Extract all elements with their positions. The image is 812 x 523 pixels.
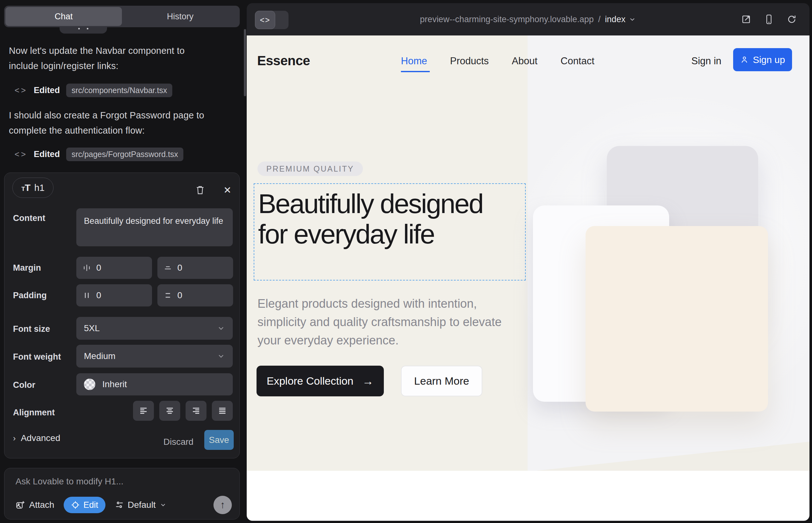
padding-label: Padding [13,291,47,301]
external-link-icon [741,14,751,24]
app-root: Chat History Now let's update the Navbar… [0,0,812,523]
open-in-new-tab-button[interactable] [740,14,752,25]
mode-selector[interactable]: Default [115,500,166,510]
color-label: Color [13,380,35,390]
save-button[interactable]: Save [204,430,234,450]
sign-in-button[interactable]: Sign in [691,55,721,67]
chevron-down-icon [217,352,225,360]
arrow-right-icon: → [362,375,374,388]
file-chip-forgot-password[interactable]: src/pages/ForgotPassword.tsx [66,147,183,161]
url-bar[interactable]: preview--charming-site-symphony.lovable.… [420,3,636,35]
chevron-down-icon [160,502,166,508]
chevron-down-icon [629,16,636,23]
discard-button[interactable]: Discard [163,433,194,451]
composer-input[interactable] [16,476,225,492]
tab-chat[interactable]: Chat [5,7,122,26]
typography-icon: TT [21,182,30,193]
code-icon: <> [15,149,27,159]
align-right-icon [191,406,201,416]
code-toggle-button[interactable]: <> [255,11,275,29]
code-icon: <> [260,16,270,25]
color-swatch [84,379,95,390]
content-field: Beautifully designed for everyday life [76,208,233,246]
chat-composer: Attach Edit Default [4,468,240,520]
close-editor-button[interactable]: ✕ [221,184,234,196]
site-navbar: Essence Home Products About Contact Sign… [247,35,810,83]
site-logo[interactable]: Essence [257,53,310,68]
decor-card-cream [586,226,768,412]
alignment-group [76,401,233,421]
composer-toolbar: Attach Edit Default [16,496,232,514]
file-chip-navbar[interactable]: src/components/Navbar.tsx [66,84,173,97]
align-left-icon [138,406,148,416]
edited-file-row: <> Edited src/components/Navbar.tsx [15,83,172,97]
margin-y-input[interactable]: 0 [157,257,233,279]
clipped-status-chip [59,27,107,34]
element-editor-panel: TT h1 ✕ Content Beautifully designed for… [4,173,240,458]
attach-button[interactable]: Attach [16,500,54,510]
margin-horizontal-icon [82,264,91,272]
content-input[interactable]: Beautifully designed for everyday life [84,215,225,240]
nav-link-about[interactable]: About [512,55,537,67]
preview-browser-frame: <> preview--charming-site-symphony.lovab… [247,3,810,521]
content-label: Content [13,213,45,223]
align-center-icon [165,406,175,416]
arrow-up-icon: ↑ [220,499,225,511]
user-icon [740,55,749,64]
element-tag-pill: TT h1 [12,178,54,198]
color-select[interactable]: Inherit [76,373,233,395]
refresh-button[interactable] [786,14,797,25]
hero-paragraph: Elegant products designed with intention… [258,294,527,349]
element-selection-outline: Beautifully designed for everyday life [254,183,526,281]
url-domain: preview--charming-site-symphony.lovable.… [420,15,594,24]
chat-panel: Chat History Now let's update the Navbar… [0,0,246,523]
learn-more-button[interactable]: Learn More [401,366,482,396]
hero-background: Essence Home Products About Contact Sign… [247,35,810,471]
mobile-view-button[interactable] [763,14,775,25]
chevron-down-icon [217,324,225,332]
trash-icon [195,184,205,195]
padding-y-input[interactable]: 0 [157,284,233,306]
padding-horizontal-icon [82,291,91,300]
refresh-icon [787,14,797,24]
nav-link-products[interactable]: Products [450,55,489,67]
chat-history-tabs: Chat History [4,6,240,27]
font-size-select[interactable]: 5XL [76,317,233,340]
padding-vertical-icon [163,291,172,300]
browser-actions [740,3,797,35]
chevron-right-icon: › [13,433,16,443]
align-right-button[interactable] [186,401,207,421]
advanced-toggle[interactable]: › Advanced [13,433,60,443]
align-justify-button[interactable] [212,401,233,421]
edit-mode-button[interactable]: Edit [64,497,105,513]
font-weight-label: Font weight [13,352,61,362]
align-center-button[interactable] [159,401,180,421]
align-justify-icon [217,406,227,416]
chat-scrollbar[interactable] [244,29,246,96]
premium-quality-badge: PREMIUM QUALITY [258,161,363,176]
nav-link-home[interactable]: Home [401,55,427,67]
alignment-label: Alignment [13,408,55,418]
url-separator: / [598,15,601,24]
browser-chrome: <> preview--charming-site-symphony.lovab… [247,3,810,35]
hero-heading[interactable]: Beautifully designed for everyday life [258,188,505,249]
font-weight-select[interactable]: Medium [76,345,233,367]
font-size-label: Font size [13,324,50,334]
edited-file-row: <> Edited src/pages/ForgotPassword.tsx [15,147,183,161]
margin-x-input[interactable]: 0 [76,257,152,279]
edited-label: Edited [34,149,60,159]
url-page: index [605,15,625,24]
sign-up-button[interactable]: Sign up [733,48,792,71]
tab-history[interactable]: History [122,7,239,26]
target-icon [71,501,80,509]
edited-label: Edited [34,86,60,95]
margin-label: Margin [13,263,41,273]
nav-link-contact[interactable]: Contact [561,55,595,67]
margin-vertical-icon [163,264,172,272]
align-left-button[interactable] [133,401,154,421]
padding-x-input[interactable]: 0 [76,284,152,306]
send-button[interactable]: ↑ [213,496,232,514]
delete-element-button[interactable] [194,184,207,196]
explore-collection-button[interactable]: Explore Collection → [257,366,384,396]
nav-home-underline [401,71,430,72]
